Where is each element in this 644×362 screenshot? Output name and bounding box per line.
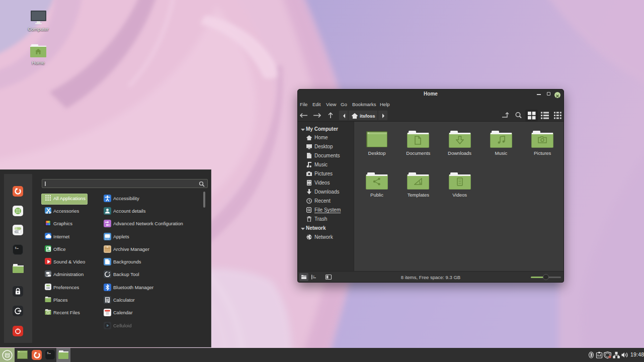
svg-text:$: $ <box>15 246 17 250</box>
svg-text:$: $ <box>47 351 49 355</box>
